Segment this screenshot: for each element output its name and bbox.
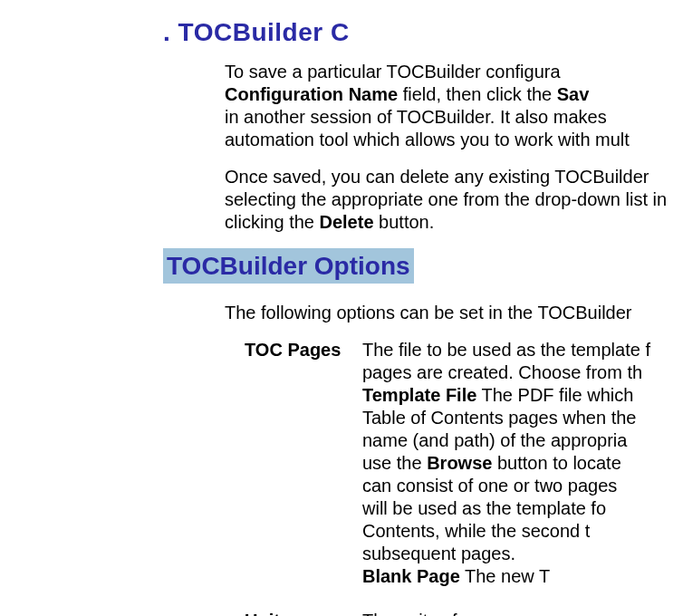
option-toc-pages: TOC Pages The file to be used as the tem… — [245, 339, 683, 588]
prev-heading: . TOCBuilder C — [163, 16, 683, 48]
p2: Once saved, you can delete any existing … — [225, 166, 683, 234]
option-label: TOC Pages — [245, 339, 362, 588]
p1: To save a particular TOCBuilder configur… — [225, 61, 683, 151]
option-desc: The units of — [362, 610, 683, 616]
option-desc: The file to be used as the template f pa… — [362, 339, 683, 588]
option-label: Units — [245, 610, 362, 616]
p3: The following options can be set in the … — [225, 302, 683, 324]
option-units: Units The units of — [245, 610, 683, 616]
section-heading-selected: TOCBuilder Options — [163, 248, 414, 284]
